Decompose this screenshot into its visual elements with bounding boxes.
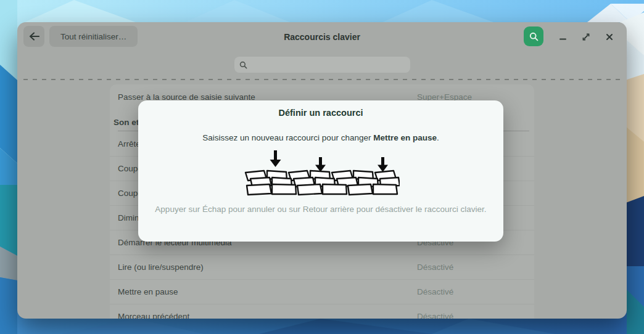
shortcut-value: Désactivé (417, 287, 453, 296)
shortcut-label: Morceau précédent (118, 312, 417, 319)
scroll-undershoot-dashes (23, 79, 621, 80)
shortcut-value: Désactivé (417, 263, 453, 272)
back-arrow-icon (29, 32, 39, 41)
search-icon (529, 32, 539, 41)
shortcut-label: Mettre en pause (118, 287, 417, 296)
dialog-title: Définir un raccourci (279, 108, 363, 118)
close-button[interactable] (601, 29, 617, 45)
down-arrow-icon (270, 150, 389, 172)
search-entry-icon (239, 61, 247, 69)
dialog-message-suffix: . (437, 133, 439, 142)
search-toggle-button[interactable] (524, 26, 543, 46)
reset-all-button[interactable]: Tout réinitialiser… (49, 26, 138, 47)
search-entry[interactable] (234, 57, 410, 73)
minimize-icon (559, 33, 567, 41)
set-shortcut-dialog: Définir un raccourci Saisissez un nouvea… (138, 100, 503, 242)
shortcut-row[interactable]: Mettre en pause Désactivé (110, 280, 534, 304)
shortcut-label: Lire (ou lire/suspendre) (118, 263, 417, 272)
shortcut-value: Désactivé (417, 312, 453, 319)
dialog-message-prefix: Saisissez un nouveau raccourci pour chan… (202, 133, 373, 142)
search-input[interactable] (251, 60, 405, 70)
maximize-icon (582, 33, 590, 41)
shortcut-row[interactable]: Morceau précédent Désactivé (110, 304, 534, 319)
header-bar: Tout réinitialiser… Raccourcis clavier (17, 22, 627, 51)
back-button[interactable] (23, 26, 44, 47)
shortcut-row[interactable]: Lire (ou lire/suspendre) Désactivé (110, 255, 534, 280)
close-icon (606, 33, 613, 41)
keyboard-illustration (242, 148, 400, 197)
dialog-message: Saisissez un nouveau raccourci pour chan… (202, 133, 439, 142)
search-bar (17, 51, 627, 79)
maximize-button[interactable] (578, 29, 594, 45)
minimize-button[interactable] (555, 29, 571, 45)
dialog-hint: Appuyer sur Échap pour annuler ou sur Re… (155, 205, 486, 214)
dialog-message-target: Mettre en pause (373, 133, 437, 142)
